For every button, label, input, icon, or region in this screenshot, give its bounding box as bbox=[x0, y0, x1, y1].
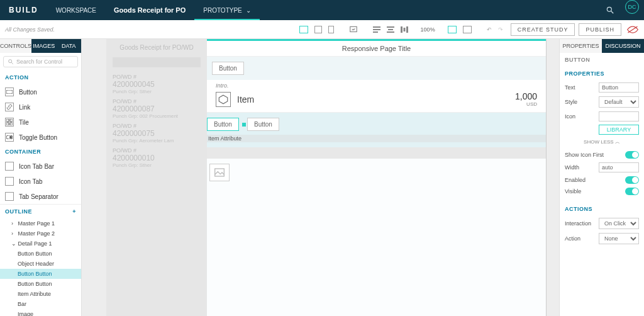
prop-label: Enabled bbox=[565, 177, 621, 183]
action-select[interactable]: None bbox=[599, 233, 639, 244]
tab-controls[interactable]: CONTROLS bbox=[0, 39, 31, 53]
bar-control[interactable] bbox=[207, 147, 546, 159]
outline-node[interactable]: › Master Page 1 bbox=[0, 218, 81, 229]
library-button[interactable]: LIBRARY bbox=[599, 125, 639, 135]
object-value: 1,000 bbox=[515, 91, 537, 101]
control-icontab[interactable]: Icon Tab bbox=[0, 174, 81, 189]
prop-interaction: InteractionOn Click bbox=[560, 216, 644, 231]
control-search[interactable]: Search for Control bbox=[3, 56, 78, 67]
prototype-tab[interactable]: PROTOTYPE ⌄ bbox=[194, 0, 260, 20]
edit-icon[interactable] bbox=[349, 25, 358, 34]
selection-handle-icon[interactable] bbox=[242, 123, 246, 127]
control-tabsep[interactable]: Tab Separator bbox=[0, 189, 81, 204]
outline-node[interactable]: Object Header bbox=[0, 259, 81, 269]
create-study-button[interactable]: CREATE STUDY bbox=[511, 23, 575, 36]
icon-input[interactable] bbox=[599, 111, 639, 121]
outline-node[interactable]: Button Button bbox=[0, 249, 81, 259]
split-left-icon[interactable] bbox=[448, 26, 457, 33]
prop-style: StyleDefault bbox=[560, 94, 644, 110]
control-link[interactable]: Link bbox=[0, 99, 81, 115]
svg-rect-5 bbox=[373, 31, 378, 33]
expand-icon[interactable]: › bbox=[11, 220, 16, 227]
svg-rect-18 bbox=[6, 123, 9, 125]
visible-toggle[interactable] bbox=[625, 188, 639, 195]
showicon-toggle[interactable] bbox=[625, 151, 639, 159]
svg-line-14 bbox=[11, 62, 13, 64]
publish-button[interactable]: PUBLISH bbox=[579, 23, 621, 36]
prop-label: Interaction bbox=[565, 220, 595, 227]
workspace-tab[interactable]: WORKSPACE bbox=[47, 0, 105, 20]
expand-icon[interactable]: › bbox=[11, 230, 16, 237]
image-placeholder[interactable] bbox=[209, 164, 230, 181]
outline-node[interactable]: Item Attribute bbox=[0, 289, 81, 299]
item-attribute[interactable]: Item Attribute bbox=[207, 135, 546, 142]
control-label: Icon Tab bbox=[19, 178, 43, 185]
show-less-button[interactable]: SHOW LESS ︿ bbox=[560, 135, 644, 149]
save-status: All Changes Saved. bbox=[5, 26, 55, 33]
style-select[interactable]: Default bbox=[599, 96, 639, 108]
prop-label: Text bbox=[565, 84, 595, 91]
tablet-icon[interactable] bbox=[314, 26, 322, 33]
canvas[interactable]: Goods Receipt for PO/WD PO/WD #420000004… bbox=[82, 39, 559, 316]
prop-label: Action bbox=[565, 235, 595, 242]
add-icon[interactable]: + bbox=[72, 208, 76, 215]
tab-images[interactable]: IMAGES bbox=[31, 39, 57, 53]
svg-point-13 bbox=[9, 60, 12, 63]
prop-text: Text bbox=[560, 81, 644, 94]
align-left-icon[interactable] bbox=[373, 26, 380, 33]
control-label: Icon Tab Bar bbox=[19, 163, 54, 170]
outline-node[interactable]: Image bbox=[0, 309, 81, 316]
outline-node[interactable]: Button Button bbox=[0, 279, 81, 289]
element-type: BUTTON bbox=[560, 53, 644, 67]
edit-group bbox=[349, 25, 358, 34]
control-label: Link bbox=[19, 104, 30, 111]
align-center-icon[interactable] bbox=[387, 26, 394, 33]
outline-node[interactable]: Bar bbox=[0, 299, 81, 309]
tab-properties[interactable]: PROPERTIES bbox=[560, 39, 602, 53]
tab-data[interactable]: DATA bbox=[57, 39, 82, 53]
button-selected[interactable]: Button bbox=[207, 118, 239, 131]
control-toggle[interactable]: Toggle Button bbox=[0, 130, 81, 145]
prop-visible: Visible bbox=[560, 186, 644, 197]
tab-discussion[interactable]: DISCUSSION bbox=[602, 39, 644, 53]
width-input[interactable] bbox=[599, 162, 639, 172]
device-group bbox=[299, 26, 334, 33]
button-icon bbox=[5, 87, 14, 96]
page-title[interactable]: Responsive Page Title bbox=[207, 41, 546, 57]
tabbar-icon bbox=[5, 162, 14, 171]
svg-rect-23 bbox=[215, 169, 225, 176]
control-button[interactable]: Button bbox=[0, 84, 81, 99]
interaction-select[interactable]: On Click bbox=[599, 218, 639, 229]
control-label: Toggle Button bbox=[19, 134, 57, 141]
enabled-toggle[interactable] bbox=[625, 176, 639, 184]
prop-showicon: Show Icon First bbox=[560, 149, 644, 161]
preview-icon[interactable] bbox=[626, 25, 639, 34]
text-input[interactable] bbox=[599, 82, 639, 93]
section-action: ACTION bbox=[0, 71, 81, 84]
undo-icon[interactable]: ↶ bbox=[487, 26, 492, 33]
control-tile[interactable]: Tile bbox=[0, 115, 81, 130]
expand-icon[interactable]: ⌄ bbox=[11, 240, 16, 247]
desktop-icon[interactable] bbox=[299, 26, 308, 33]
object-header[interactable]: Item 1,000 USD bbox=[207, 80, 546, 113]
prop-enabled: Enabled bbox=[560, 174, 644, 186]
control-label: Tile bbox=[19, 119, 29, 126]
prototype-label: PROTOTYPE bbox=[203, 7, 242, 14]
split-right-icon[interactable] bbox=[463, 26, 472, 33]
prop-width: Width bbox=[560, 161, 644, 174]
app-logo[interactable]: BUILD bbox=[0, 0, 47, 20]
user-avatar[interactable]: DC bbox=[625, 0, 639, 14]
outline-node[interactable]: › Master Page 2 bbox=[0, 229, 81, 239]
outline-node[interactable]: ⌄ Detail Page 1 bbox=[0, 239, 81, 249]
redo-icon[interactable]: ↷ bbox=[498, 26, 503, 33]
zoom-level[interactable]: 100% bbox=[421, 26, 435, 33]
button-2[interactable]: Button bbox=[247, 118, 279, 131]
phone-icon[interactable] bbox=[328, 26, 334, 33]
control-icontabbar[interactable]: Icon Tab Bar bbox=[0, 159, 81, 174]
header-button[interactable]: Button bbox=[212, 62, 244, 75]
outline-node[interactable]: Button Button bbox=[0, 269, 81, 279]
search-icon[interactable] bbox=[600, 0, 620, 20]
button-row: Button Button Item Attribute bbox=[207, 113, 546, 147]
intro-text[interactable]: Intro. bbox=[216, 82, 229, 89]
align-dist-icon[interactable] bbox=[401, 26, 408, 33]
